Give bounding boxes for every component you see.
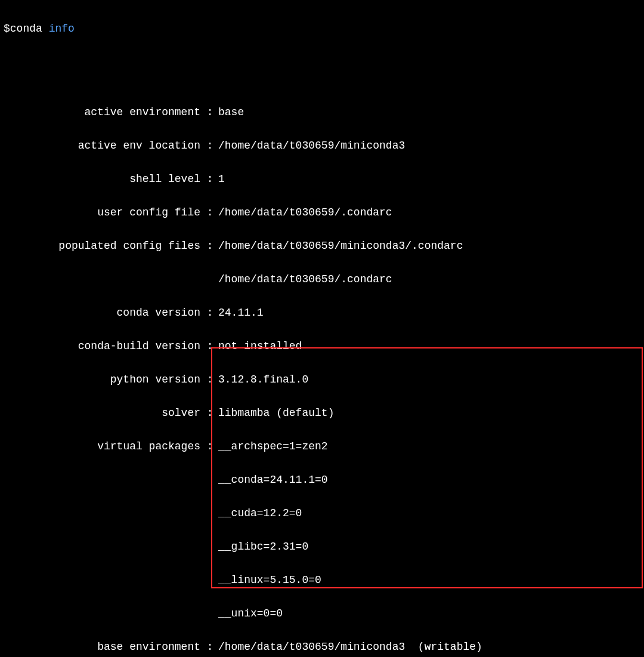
label: conda version [4,304,200,321]
label: active env location [4,137,200,154]
command-arg: info [49,23,75,35]
terminal-output: $conda info active environment : base ac… [0,0,644,657]
row-conda-build-version: conda-build version : not installed [4,338,640,354]
value: /home/data/t030659/miniconda3/.condarc [218,237,463,254]
separator: : [200,405,218,421]
value: __linux=5.15.0=0 [218,574,321,586]
command-line: $conda info [4,20,640,37]
label: user config file [4,204,200,221]
separator: : [200,137,218,154]
value: 24.11.1 [218,304,264,321]
value: 3.12.8.final.0 [218,371,308,388]
row-virtual-packages-cont: __linux=5.15.0=0 [218,572,640,588]
row-conda-version: conda version : 24.11.1 [4,304,640,321]
label: solver [4,405,200,421]
label: active environment [4,104,200,121]
separator: : [200,371,218,388]
separator: : [200,104,218,121]
row-populated-config-files-cont: /home/data/t030659/.condarc [218,271,640,288]
label: conda-build version [4,338,200,354]
value: __glibc=2.31=0 [218,541,308,553]
row-active-environment: active environment : base [4,104,640,121]
label: python version [4,371,200,388]
label: base environment [4,639,200,655]
label: virtual packages [4,438,200,455]
value: __archspec=1=zen2 [218,438,328,455]
value: /home/data/t030659/miniconda3 [218,137,405,154]
command-name: conda [10,23,42,35]
label: populated config files [4,237,200,254]
label: shell level [4,171,200,187]
separator: : [200,338,218,354]
value: /home/data/t030659/.condarc [218,204,392,221]
row-virtual-packages-cont: __unix=0=0 [218,605,640,622]
separator: : [200,304,218,321]
separator: : [200,438,218,455]
separator: : [200,639,218,655]
prompt-symbol: $ [4,23,10,35]
row-user-config-file: user config file : /home/data/t030659/.c… [4,204,640,221]
separator: : [200,237,218,254]
value: __cuda=12.2=0 [218,507,302,519]
value: not installed [218,338,302,354]
row-virtual-packages-cont: __glibc=2.31=0 [218,538,640,555]
blank-line [4,54,640,70]
separator: : [200,171,218,187]
value: __unix=0=0 [218,607,283,619]
row-virtual-packages-cont: __conda=24.11.1=0 [218,471,640,488]
separator: : [200,204,218,221]
row-python-version: python version : 3.12.8.final.0 [4,371,640,388]
row-virtual-packages: virtual packages : __archspec=1=zen2 [4,438,640,455]
value: libmamba (default) [218,405,334,421]
value: __conda=24.11.1=0 [218,474,328,486]
row-shell-level: shell level : 1 [4,171,640,187]
value: 1 [218,171,225,187]
row-virtual-packages-cont: __cuda=12.2=0 [218,505,640,522]
row-active-env-location: active env location : /home/data/t030659… [4,137,640,154]
value: /home/data/t030659/miniconda3 (writable) [218,639,482,655]
value: /home/data/t030659/.condarc [218,273,392,285]
row-base-environment: base environment : /home/data/t030659/mi… [4,639,640,655]
row-solver: solver : libmamba (default) [4,405,640,421]
row-populated-config-files: populated config files : /home/data/t030… [4,237,640,254]
value: base [218,104,244,121]
